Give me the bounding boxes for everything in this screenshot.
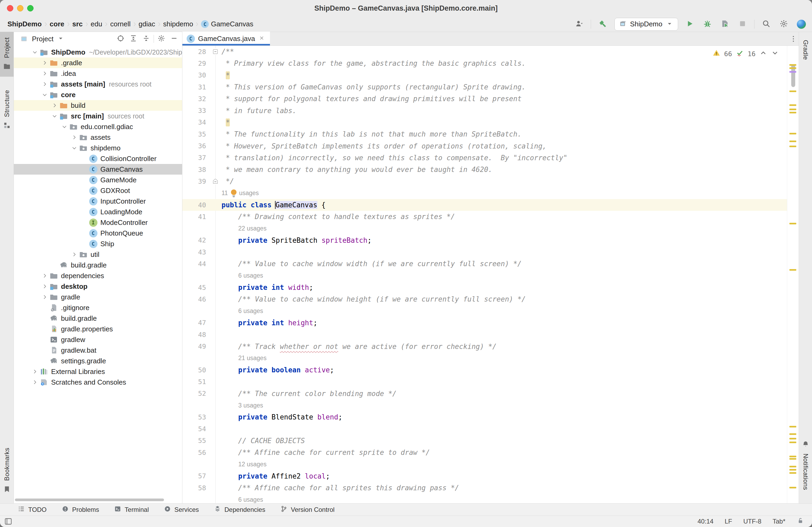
chevron-down-icon[interactable] — [60, 122, 69, 131]
tree-item-idea[interactable]: .idea — [14, 68, 182, 79]
tree-item-gradlew-bat[interactable]: gradlew.bat — [14, 345, 182, 355]
bulb-icon[interactable] — [229, 188, 238, 198]
tree-item-gradle[interactable]: gradle — [14, 292, 182, 302]
tool-window-button-notifications[interactable]: Notifications — [799, 435, 812, 495]
code-line-47[interactable]: 47 private int height; — [183, 317, 787, 329]
usages-inlay[interactable]: 3 usages — [183, 399, 787, 411]
tree-item-inputcontroller[interactable]: CInputController — [14, 196, 182, 207]
breadcrumb-shipdemo[interactable]: ShipDemo — [8, 20, 42, 28]
usages-inlay[interactable]: 6 usages — [183, 270, 787, 282]
tree-item-gradlew[interactable]: gradlew — [14, 334, 182, 345]
code-line-44[interactable]: 44 /** Value to cache window width (if w… — [183, 258, 787, 269]
tree-item-loadingmode[interactable]: CLoadingMode — [14, 207, 182, 217]
play-button[interactable] — [684, 18, 696, 30]
usages-inlay[interactable]: 6 usages — [183, 305, 787, 317]
code-editor[interactable]: 28/**29 * Primary view class for the gam… — [183, 46, 799, 503]
tree-item-build[interactable]: build — [14, 100, 182, 111]
code-line-54[interactable]: 54 — [183, 423, 787, 435]
code-line-49[interactable]: 49 /** Track whether or not we are activ… — [183, 340, 787, 352]
code-line-50[interactable]: 50 private boolean active; — [183, 364, 787, 376]
chevron-down-icon[interactable] — [40, 90, 49, 99]
usages-inlay[interactable]: 6 usages — [183, 494, 787, 503]
tree-item-collisioncontroller[interactable]: CCollisionController — [14, 153, 182, 164]
tool-window-button-todo[interactable]: TODO — [18, 505, 47, 514]
tool-window-button-gradle[interactable]: Gradle — [799, 34, 812, 65]
chevron-right-icon[interactable] — [50, 101, 59, 110]
tree-item-assets[interactable]: assets — [14, 132, 182, 143]
code-line-41[interactable]: 41 /** Drawing context to handle texture… — [183, 211, 787, 222]
tree-item-gradle[interactable]: .gradle — [14, 58, 182, 68]
tree-item-edu-cornell-gdiac[interactable]: edu.cornell.gdiac — [14, 121, 182, 132]
code-line-45[interactable]: 45 private int width; — [183, 282, 787, 293]
chevron-down-icon[interactable] — [57, 34, 65, 43]
tree-item-build-gradle[interactable]: build.gradle — [14, 313, 182, 324]
code-line-48[interactable]: 48 — [183, 329, 787, 340]
breadcrumb-src[interactable]: src — [72, 20, 83, 28]
chevron-down-icon[interactable] — [50, 112, 59, 120]
status-lf[interactable]: LF — [725, 518, 732, 525]
tree-item-gradle-properties[interactable]: gradle.properties — [14, 324, 182, 334]
code-line-29[interactable]: 29 * Primary view class for the game, ab… — [183, 58, 787, 69]
chevron-down-icon[interactable] — [30, 48, 39, 57]
coverage-button[interactable] — [719, 18, 731, 30]
locate-button[interactable] — [115, 33, 126, 44]
sphere-button[interactable] — [796, 18, 807, 30]
tree-item-src-main[interactable]: src [main]sources root — [14, 111, 182, 121]
bug-button[interactable] — [701, 18, 713, 30]
chevron-down-icon[interactable] — [70, 144, 79, 152]
chevron-right-icon[interactable] — [30, 367, 39, 376]
tool-window-button-version-control[interactable]: Version Control — [280, 505, 334, 514]
expand-all-button[interactable] — [128, 33, 139, 44]
tool-window-button-services[interactable]: Services — [164, 505, 199, 514]
tree-item-core[interactable]: core — [14, 89, 182, 100]
zoom-window-button[interactable] — [27, 5, 33, 12]
code-line-55[interactable]: 55 // CACHE OBJECTS — [183, 435, 787, 447]
usages-inlay[interactable]: 12 usages — [183, 458, 787, 470]
code-line-40[interactable]: 40public class GameCanvas { — [183, 199, 787, 211]
usages-inlay[interactable]: 11usages — [183, 187, 787, 199]
chevron-right-icon[interactable] — [70, 250, 79, 259]
tree-item-assets-main[interactable]: assets [main]resources root — [14, 79, 182, 89]
tree-item-modecontroller[interactable]: IModeController — [14, 217, 182, 228]
code-line-30[interactable]: 30 * — [183, 70, 787, 81]
stop-button[interactable] — [737, 18, 749, 30]
code-line-38[interactable]: 38 * we mean contrary to anything you wo… — [183, 164, 787, 175]
breadcrumb-gamecanvas[interactable]: CGameCanvas — [201, 20, 253, 28]
tree-item-settings-gradle[interactable]: settings.gradle — [14, 355, 182, 366]
fold-end-icon[interactable] — [210, 178, 220, 185]
tool-window-button-bookmarks[interactable]: Bookmarks — [0, 442, 14, 500]
gear-button[interactable] — [778, 18, 789, 30]
tree-item-util[interactable]: util — [14, 249, 182, 260]
tree-item-gitignore[interactable]: .gitignore — [14, 302, 182, 313]
breadcrumb-gdiac[interactable]: gdiac — [139, 20, 155, 28]
chevron-right-icon[interactable] — [40, 58, 49, 67]
fold-start-icon[interactable] — [210, 48, 220, 55]
tool-window-button-terminal[interactable]: Terminal — [114, 505, 149, 514]
usages-inlay[interactable]: 22 usages — [183, 222, 787, 234]
run-configuration-select[interactable]: ShipDemo — [614, 18, 678, 31]
previous-highlight-icon[interactable] — [759, 49, 767, 59]
status-40-14[interactable]: 40:14 — [697, 518, 713, 525]
tree-item-photonqueue[interactable]: CPhotonQueue — [14, 228, 182, 238]
tree-item-gdxroot[interactable]: CGDXRoot — [14, 185, 182, 196]
code-line-34[interactable]: 34 * — [183, 117, 787, 128]
code-line-28[interactable]: 28/** — [183, 46, 787, 58]
status-tab[interactable]: Tab* — [773, 518, 785, 525]
tree-item-shipdemo[interactable]: ShipDemo~/Developer/LibGDX/2023/ShipDe — [14, 47, 182, 58]
gear-button[interactable] — [156, 33, 166, 44]
minus-button[interactable] — [169, 33, 179, 44]
more-options-icon[interactable] — [788, 33, 799, 44]
tree-item-desktop[interactable]: desktop — [14, 281, 182, 292]
chevron-right-icon[interactable] — [40, 79, 49, 89]
tree-item-ship[interactable]: CShip — [14, 238, 182, 249]
tool-window-switcher-icon[interactable] — [4, 517, 13, 526]
breadcrumb-shipdemo[interactable]: shipdemo — [163, 20, 193, 28]
code-line-31[interactable]: 31 * This version of GameCanvas only sup… — [183, 81, 787, 93]
breadcrumb-cornell[interactable]: cornell — [110, 20, 131, 28]
usages-inlay[interactable]: 21 usages — [183, 352, 787, 364]
search-button[interactable] — [760, 18, 772, 30]
code-line-39[interactable]: 39 */ — [183, 175, 787, 187]
code-line-32[interactable]: 32 * support for polygonal textures and … — [183, 93, 787, 105]
editor-tab-gamecanvas[interactable]: C GameCanvas.java — [183, 32, 270, 45]
close-icon[interactable] — [258, 34, 265, 43]
